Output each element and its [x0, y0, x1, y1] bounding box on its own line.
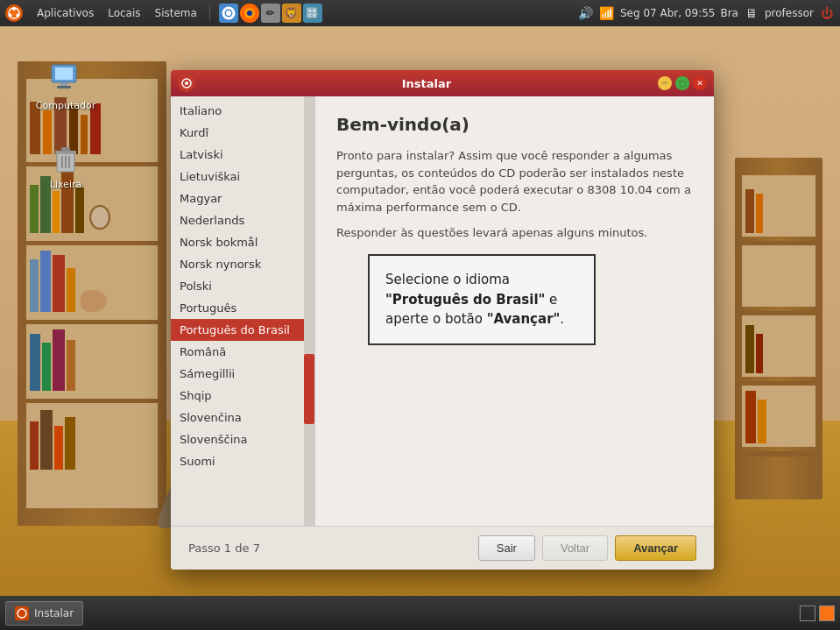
panel-app-icon-2[interactable]: 🔠 [303, 4, 322, 23]
quit-button[interactable]: Sair [478, 535, 535, 561]
dialog-controls: ─ □ ✕ [658, 76, 707, 90]
computer-icon [48, 61, 83, 96]
ubuntu-logo-icon[interactable] [5, 4, 23, 22]
lang-item-norsk-bokmål[interactable]: Norsk bokmål [171, 231, 314, 253]
separator [209, 5, 210, 21]
top-panel-right: 🔊 📶 Seg 07 Abr, 09:55 Bra 🖥 professor ⏻ [578, 5, 835, 21]
svg-rect-11 [57, 86, 71, 88]
keyboard-lang[interactable]: Bra [720, 7, 738, 19]
panel-apps: ✏️ 🦁 🔠 [219, 4, 322, 23]
volume-icon[interactable]: 🔊 [578, 5, 594, 21]
lang-item-slovenčina[interactable]: Slovenčina [171, 407, 314, 428]
lang-item-magyar[interactable]: Magyar [171, 188, 314, 209]
svg-point-3 [9, 14, 12, 18]
top-panel: Aplicativos Locais Sistema ✏️ [0, 0, 840, 26]
tooltip-text: Selecione o idioma "Protuguês do Brasil"… [385, 272, 564, 327]
taskbar-item-install[interactable]: Instalar [5, 601, 83, 626]
lang-item-português-do-brasil[interactable]: Português do Brasil [171, 319, 314, 341]
trash-icon-label: Lixeira [50, 179, 81, 190]
dialog-title-text: Instalar [195, 77, 658, 90]
svg-point-20 [18, 609, 26, 618]
lang-item-sámegillii[interactable]: Sámegillii [171, 363, 314, 385]
menu-sistema[interactable]: Sistema [152, 7, 201, 19]
bookshelf-right [735, 158, 822, 499]
network-icon[interactable]: 📶 [599, 5, 615, 21]
dialog-welcome-title: Bem-vindo(a) [336, 114, 693, 135]
tooltip-bold-2: "Avançar" [487, 311, 561, 327]
lang-item-slovenščina[interactable]: Slovenščina [171, 428, 314, 450]
bookshelf-left [18, 61, 166, 526]
lang-item-norsk-nynorsk[interactable]: Norsk nynorsk [171, 253, 314, 275]
trash-icon [48, 140, 83, 175]
step-indicator: Passo 1 de 7 [188, 542, 260, 555]
language-list: ItalianoKurdîLatviskiLietuviškaiMagyarNe… [171, 100, 314, 522]
display-icon[interactable]: 🖥 [744, 5, 759, 21]
taskbar-right [800, 605, 835, 621]
lang-item-nederlands[interactable]: Nederlands [171, 209, 314, 231]
tooltip-bold-1: "Protuguês do Brasil" [385, 292, 545, 308]
user-label: professor [765, 7, 814, 19]
lang-item-suomi[interactable]: Suomi [171, 450, 314, 472]
desktop-icon-trash[interactable]: Lixeira [35, 140, 96, 190]
dialog-titlebar: Instalar ─ □ ✕ [171, 70, 714, 96]
panel-app-firefox-icon[interactable] [240, 4, 259, 23]
svg-rect-10 [60, 82, 67, 86]
panel-app-icon-1[interactable]: 🦁 [282, 4, 301, 23]
shelf-r4 [735, 451, 822, 457]
menu-aplicativos[interactable]: Aplicativos [33, 7, 97, 19]
desktop: Computador Lixeira Instalar [0, 26, 840, 596]
svg-point-19 [185, 81, 188, 85]
language-sidebar: ItalianoKurdîLatviskiLietuviškaiMagyarNe… [171, 96, 315, 526]
svg-rect-9 [55, 67, 73, 80]
taskbar-item-icon [15, 606, 29, 620]
clock: Seg 07 Abr, 09:55 [620, 7, 716, 19]
dialog-main-content: Bem-vindo(a) Pronto para instalar? Assim… [315, 96, 714, 526]
svg-point-7 [247, 11, 252, 16]
taskbar-item-label: Instalar [34, 607, 74, 619]
taskbar: Instalar [0, 596, 840, 630]
dialog-maximize-button[interactable]: □ [675, 76, 689, 90]
scrollbar-thumb[interactable] [304, 354, 314, 424]
lang-item-latviski[interactable]: Latviski [171, 144, 314, 166]
svg-point-1 [12, 7, 16, 11]
svg-point-5 [226, 11, 231, 16]
svg-rect-14 [61, 147, 70, 152]
dialog-title-icon [178, 74, 195, 92]
computer-icon-label: Computador [36, 100, 95, 111]
forward-button[interactable]: Avançar [615, 535, 696, 561]
dialog-main-text-2: Responder às questões levará apenas algu… [336, 224, 693, 242]
top-panel-left: Aplicativos Locais Sistema ✏️ [5, 4, 322, 23]
lang-item-shqip[interactable]: Shqip [171, 385, 314, 407]
menu-locais[interactable]: Locais [104, 7, 144, 19]
lang-item-română[interactable]: Română [171, 341, 314, 363]
panel-app-editor-icon[interactable]: ✏️ [261, 4, 280, 23]
dialog-main-text-1: Pronto para instalar? Assim que você res… [336, 147, 693, 216]
lang-item-kurdî[interactable]: Kurdî [171, 122, 314, 144]
footer-buttons: Sair Voltar Avançar [478, 535, 696, 561]
power-icon[interactable]: ⏻ [819, 5, 835, 21]
lang-item-português[interactable]: Português [171, 297, 314, 319]
install-dialog: Instalar ─ □ ✕ ItalianoKurdîLatviskiLiet… [171, 70, 714, 570]
workspace-2[interactable] [819, 605, 835, 621]
dialog-close-button[interactable]: ✕ [693, 76, 707, 90]
dialog-footer: Passo 1 de 7 Sair Voltar Avançar [171, 526, 714, 570]
scrollbar-track[interactable] [304, 96, 314, 526]
workspace-1[interactable] [800, 605, 815, 621]
lang-item-lietuviškai[interactable]: Lietuviškai [171, 166, 314, 188]
lang-item-italiano[interactable]: Italiano [171, 100, 314, 122]
back-button[interactable]: Voltar [542, 535, 608, 561]
dialog-body: ItalianoKurdîLatviskiLietuviškaiMagyarNe… [171, 96, 714, 526]
panel-app-chrome-icon[interactable] [219, 4, 238, 23]
svg-point-2 [17, 14, 20, 18]
dialog-minimize-button[interactable]: ─ [658, 76, 672, 90]
tooltip-box: Selecione o idioma "Protuguês do Brasil"… [368, 254, 596, 345]
lang-item-polski[interactable]: Polski [171, 275, 314, 297]
desktop-icon-computer[interactable]: Computador [35, 61, 96, 111]
